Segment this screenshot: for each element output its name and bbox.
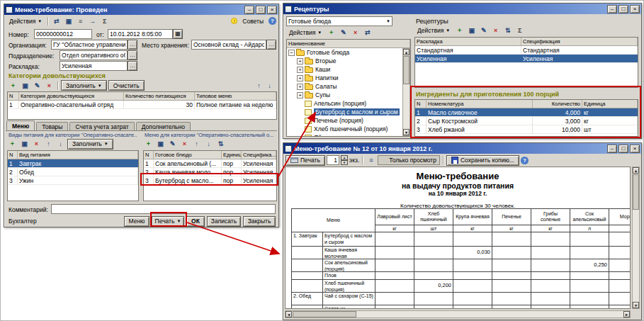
minimize-button[interactable]: –: [607, 145, 617, 153]
expand-icon[interactable]: +: [297, 92, 303, 98]
organization-field[interactable]: [51, 40, 128, 50]
chevron-down-icon[interactable]: ▼: [386, 19, 390, 23]
clear-button[interactable]: Очистить: [108, 80, 145, 91]
copy-icon[interactable]: ▣: [20, 81, 30, 90]
titlebar[interactable]: Меню-требование: Проведен – □ ×: [4, 4, 278, 15]
scroll-down-icon[interactable]: ▼: [633, 302, 639, 308]
storage-choose-icon[interactable]: …: [266, 40, 276, 50]
delete-icon[interactable]: ×: [44, 81, 55, 90]
delete-icon[interactable]: ×: [31, 140, 42, 149]
department-choose-icon[interactable]: …: [128, 50, 137, 60]
col-spec[interactable]: Специфика...: [242, 151, 276, 159]
expand-icon[interactable]: +: [297, 84, 303, 90]
table-row[interactable]: 1 Сок апельсиновый (... пор Усиленная: [144, 159, 276, 168]
scroll-up-icon[interactable]: ▲: [403, 49, 409, 55]
view-only-toggle[interactable]: Только просмотр: [378, 155, 440, 165]
add-icon[interactable]: +: [326, 28, 337, 38]
delete-icon[interactable]: ×: [179, 140, 190, 149]
minimize-button[interactable]: –: [244, 6, 254, 14]
menu-button[interactable]: Меню: [124, 216, 149, 227]
scroll-left-icon[interactable]: ◄: [286, 311, 292, 317]
move-up-icon[interactable]: ↑: [43, 140, 54, 149]
col-spec[interactable]: Спецификация: [521, 38, 638, 45]
group-filter-combo[interactable]: Готовые блюда ▼: [286, 16, 392, 26]
scroll-up-icon[interactable]: ▲: [633, 167, 639, 174]
tree-item-selected[interactable]: Бутерброд с маслом и сыром: [287, 108, 410, 116]
copy-icon[interactable]: ▣: [155, 140, 166, 149]
scroll-down-icon[interactable]: ▼: [403, 129, 409, 135]
minimize-button[interactable]: –: [607, 5, 617, 13]
maximize-button[interactable]: □: [256, 6, 266, 14]
actions-button[interactable]: Действия▼: [414, 26, 453, 35]
table-row-selected[interactable]: 1 Масло сливочное 4,000 кг: [415, 108, 638, 117]
col-layout[interactable]: Раскладка: [415, 38, 521, 45]
col-quantity[interactable]: Количество: [533, 100, 582, 108]
collapse-icon[interactable]: −: [288, 50, 295, 56]
scrollbar-thumb[interactable]: [293, 311, 356, 317]
tree-item-group[interactable]: + Салаты: [287, 82, 410, 91]
calendar-icon[interactable]: ▦: [173, 29, 183, 39]
edit-icon[interactable]: ✎: [32, 81, 43, 90]
edit-icon[interactable]: ✎: [167, 140, 178, 149]
add-icon[interactable]: +: [454, 26, 465, 35]
table-row[interactable]: Стандартная Стандартная: [415, 46, 638, 55]
spin-down-icon[interactable]: ▼: [341, 160, 348, 165]
organization-choose-icon[interactable]: …: [128, 40, 137, 50]
tree-item-group[interactable]: + Вторые: [287, 57, 410, 65]
col-meal-type[interactable]: Вид питания: [18, 151, 138, 159]
tree-item-group[interactable]: + Каши: [287, 65, 410, 74]
tree-scrollbar[interactable]: ▲ ▼: [402, 48, 410, 136]
titlebar[interactable]: Рецептуры – □ ×: [283, 4, 641, 14]
date-field[interactable]: [108, 29, 173, 39]
horizontal-scrollbar[interactable]: ◄ ►: [285, 310, 631, 318]
storage-field[interactable]: [191, 40, 266, 50]
go-icon[interactable]: →: [87, 16, 98, 26]
table-row[interactable]: 2 Каша ячневая моло... пор Усиленная: [144, 168, 276, 176]
comment-field[interactable]: [51, 204, 276, 214]
table-row-selected[interactable]: Усиленная Усиленная: [415, 55, 638, 63]
save-button[interactable]: Записать: [207, 216, 241, 227]
print-button[interactable]: Печать: [286, 155, 325, 166]
tree-item[interactable]: Апельсин (порция): [287, 99, 410, 108]
close-button[interactable]: ×: [267, 6, 277, 14]
save-copy-button[interactable]: Сохранить копию...: [446, 155, 519, 166]
col-unit[interactable]: Единица: [582, 100, 638, 108]
copy-icon[interactable]: ▣: [63, 16, 74, 26]
reread-icon[interactable]: ⇄: [51, 16, 62, 26]
table-row[interactable]: 1 Оперативно-спасательный отряд 30 Полно…: [8, 101, 276, 109]
tree-item-group[interactable]: − Готовые блюда: [287, 48, 410, 57]
layout-field[interactable]: [60, 61, 128, 71]
col-count[interactable]: Количество питающихся: [124, 92, 195, 100]
sort-icon[interactable]: ⇅: [502, 26, 513, 35]
col-name[interactable]: Наименование: [287, 40, 410, 47]
tree-item[interactable]: Хлеб пшеничный (порция): [287, 125, 410, 133]
number-field[interactable]: [34, 29, 92, 39]
add-icon[interactable]: +: [7, 140, 18, 149]
close-button[interactable]: Закрыть: [243, 216, 276, 227]
col-n[interactable]: N: [8, 151, 18, 159]
tree-item-group[interactable]: + Супы: [287, 91, 410, 99]
move-up-icon[interactable]: ↑: [191, 140, 202, 149]
table-row[interactable]: 1 Завтрак: [8, 159, 138, 168]
move-down-icon[interactable]: ↓: [203, 140, 214, 149]
scrollbar-thumb[interactable]: [403, 56, 409, 84]
edit-icon[interactable]: ✎: [478, 26, 489, 35]
close-button[interactable]: ×: [630, 5, 640, 13]
edit-icon[interactable]: ✎: [338, 28, 349, 38]
move-down-icon[interactable]: ↓: [55, 140, 66, 149]
scrollbar-thumb[interactable]: [633, 174, 639, 210]
structure-icon[interactable]: ≡: [75, 16, 86, 26]
help-icon[interactable]: ?: [521, 157, 529, 164]
tree-item[interactable]: Яйцо отварное: [287, 133, 410, 137]
col-category[interactable]: Категория довольствующихся: [19, 92, 124, 100]
copies-field[interactable]: [327, 155, 339, 165]
ok-button[interactable]: ОК: [186, 216, 205, 227]
help-icon[interactable]: ?: [269, 17, 276, 25]
add-icon[interactable]: +: [143, 140, 154, 149]
tree-item[interactable]: Печенье (порция): [287, 116, 410, 125]
page-setup-icon[interactable]: ≡: [366, 156, 376, 165]
copies-stepper[interactable]: ▲ ▼: [341, 155, 348, 165]
fill-button[interactable]: Заполнить▼: [67, 139, 113, 150]
actions-button[interactable]: Действия▼: [286, 28, 324, 38]
col-n[interactable]: N: [415, 100, 426, 108]
